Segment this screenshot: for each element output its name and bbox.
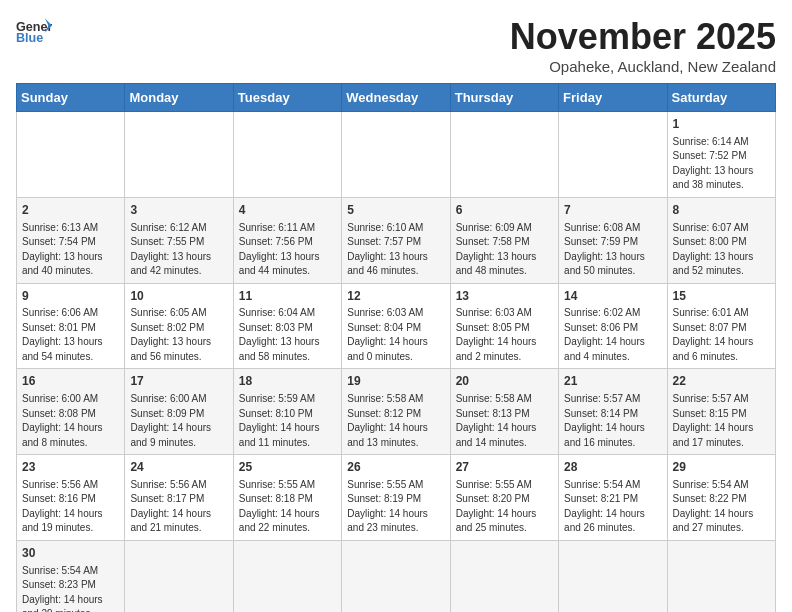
day-info: Sunrise: 5:57 AM Sunset: 8:14 PM Dayligh… (564, 392, 661, 450)
day-number: 15 (673, 288, 770, 305)
calendar-cell (17, 112, 125, 198)
day-number: 5 (347, 202, 444, 219)
logo: General Blue (16, 16, 52, 44)
calendar-cell: 14Sunrise: 6:02 AM Sunset: 8:06 PM Dayli… (559, 283, 667, 369)
day-number: 18 (239, 373, 336, 390)
weekday-header-row: SundayMondayTuesdayWednesdayThursdayFrid… (17, 84, 776, 112)
day-info: Sunrise: 6:04 AM Sunset: 8:03 PM Dayligh… (239, 306, 336, 364)
week-row-2: 2Sunrise: 6:13 AM Sunset: 7:54 PM Daylig… (17, 197, 776, 283)
calendar-cell: 15Sunrise: 6:01 AM Sunset: 8:07 PM Dayli… (667, 283, 775, 369)
calendar-cell: 19Sunrise: 5:58 AM Sunset: 8:12 PM Dayli… (342, 369, 450, 455)
day-number: 3 (130, 202, 227, 219)
day-number: 21 (564, 373, 661, 390)
calendar-cell (450, 540, 558, 612)
day-info: Sunrise: 6:08 AM Sunset: 7:59 PM Dayligh… (564, 221, 661, 279)
page-header: General Blue November 2025 Opaheke, Auck… (16, 16, 776, 75)
calendar-cell: 11Sunrise: 6:04 AM Sunset: 8:03 PM Dayli… (233, 283, 341, 369)
calendar-cell: 25Sunrise: 5:55 AM Sunset: 8:18 PM Dayli… (233, 455, 341, 541)
day-info: Sunrise: 6:13 AM Sunset: 7:54 PM Dayligh… (22, 221, 119, 279)
week-row-1: 1Sunrise: 6:14 AM Sunset: 7:52 PM Daylig… (17, 112, 776, 198)
day-number: 27 (456, 459, 553, 476)
calendar-cell (125, 540, 233, 612)
day-number: 22 (673, 373, 770, 390)
day-number: 2 (22, 202, 119, 219)
logo-icon: General Blue (16, 16, 52, 44)
calendar-cell: 5Sunrise: 6:10 AM Sunset: 7:57 PM Daylig… (342, 197, 450, 283)
day-info: Sunrise: 5:54 AM Sunset: 8:21 PM Dayligh… (564, 478, 661, 536)
calendar-cell: 7Sunrise: 6:08 AM Sunset: 7:59 PM Daylig… (559, 197, 667, 283)
day-info: Sunrise: 6:11 AM Sunset: 7:56 PM Dayligh… (239, 221, 336, 279)
day-number: 28 (564, 459, 661, 476)
day-number: 23 (22, 459, 119, 476)
calendar-cell: 13Sunrise: 6:03 AM Sunset: 8:05 PM Dayli… (450, 283, 558, 369)
day-info: Sunrise: 5:54 AM Sunset: 8:23 PM Dayligh… (22, 564, 119, 612)
day-number: 6 (456, 202, 553, 219)
day-info: Sunrise: 6:06 AM Sunset: 8:01 PM Dayligh… (22, 306, 119, 364)
calendar-cell: 28Sunrise: 5:54 AM Sunset: 8:21 PM Dayli… (559, 455, 667, 541)
day-info: Sunrise: 5:59 AM Sunset: 8:10 PM Dayligh… (239, 392, 336, 450)
day-info: Sunrise: 5:58 AM Sunset: 8:12 PM Dayligh… (347, 392, 444, 450)
day-info: Sunrise: 5:56 AM Sunset: 8:17 PM Dayligh… (130, 478, 227, 536)
day-info: Sunrise: 6:00 AM Sunset: 8:09 PM Dayligh… (130, 392, 227, 450)
day-number: 25 (239, 459, 336, 476)
day-number: 30 (22, 545, 119, 562)
day-info: Sunrise: 5:58 AM Sunset: 8:13 PM Dayligh… (456, 392, 553, 450)
week-row-4: 16Sunrise: 6:00 AM Sunset: 8:08 PM Dayli… (17, 369, 776, 455)
month-title: November 2025 (510, 16, 776, 58)
day-info: Sunrise: 6:00 AM Sunset: 8:08 PM Dayligh… (22, 392, 119, 450)
calendar-cell: 1Sunrise: 6:14 AM Sunset: 7:52 PM Daylig… (667, 112, 775, 198)
calendar-cell (233, 112, 341, 198)
header-thursday: Thursday (450, 84, 558, 112)
calendar-cell: 18Sunrise: 5:59 AM Sunset: 8:10 PM Dayli… (233, 369, 341, 455)
calendar-cell: 21Sunrise: 5:57 AM Sunset: 8:14 PM Dayli… (559, 369, 667, 455)
calendar-cell (450, 112, 558, 198)
day-number: 10 (130, 288, 227, 305)
calendar-cell (559, 112, 667, 198)
day-number: 8 (673, 202, 770, 219)
calendar-cell: 9Sunrise: 6:06 AM Sunset: 8:01 PM Daylig… (17, 283, 125, 369)
header-saturday: Saturday (667, 84, 775, 112)
calendar-cell: 4Sunrise: 6:11 AM Sunset: 7:56 PM Daylig… (233, 197, 341, 283)
title-section: November 2025 Opaheke, Auckland, New Zea… (510, 16, 776, 75)
week-row-6: 30Sunrise: 5:54 AM Sunset: 8:23 PM Dayli… (17, 540, 776, 612)
calendar-cell: 20Sunrise: 5:58 AM Sunset: 8:13 PM Dayli… (450, 369, 558, 455)
calendar-cell: 24Sunrise: 5:56 AM Sunset: 8:17 PM Dayli… (125, 455, 233, 541)
header-tuesday: Tuesday (233, 84, 341, 112)
day-number: 24 (130, 459, 227, 476)
header-monday: Monday (125, 84, 233, 112)
day-number: 26 (347, 459, 444, 476)
day-info: Sunrise: 5:55 AM Sunset: 8:18 PM Dayligh… (239, 478, 336, 536)
calendar-cell (342, 540, 450, 612)
week-row-5: 23Sunrise: 5:56 AM Sunset: 8:16 PM Dayli… (17, 455, 776, 541)
calendar-cell: 17Sunrise: 6:00 AM Sunset: 8:09 PM Dayli… (125, 369, 233, 455)
day-info: Sunrise: 6:07 AM Sunset: 8:00 PM Dayligh… (673, 221, 770, 279)
day-info: Sunrise: 6:02 AM Sunset: 8:06 PM Dayligh… (564, 306, 661, 364)
day-info: Sunrise: 5:57 AM Sunset: 8:15 PM Dayligh… (673, 392, 770, 450)
day-number: 7 (564, 202, 661, 219)
calendar-cell: 27Sunrise: 5:55 AM Sunset: 8:20 PM Dayli… (450, 455, 558, 541)
day-number: 11 (239, 288, 336, 305)
calendar-cell (125, 112, 233, 198)
header-friday: Friday (559, 84, 667, 112)
day-info: Sunrise: 5:56 AM Sunset: 8:16 PM Dayligh… (22, 478, 119, 536)
svg-text:Blue: Blue (16, 31, 43, 44)
day-number: 29 (673, 459, 770, 476)
calendar-cell: 29Sunrise: 5:54 AM Sunset: 8:22 PM Dayli… (667, 455, 775, 541)
header-sunday: Sunday (17, 84, 125, 112)
day-info: Sunrise: 6:10 AM Sunset: 7:57 PM Dayligh… (347, 221, 444, 279)
day-number: 16 (22, 373, 119, 390)
calendar-cell (559, 540, 667, 612)
day-number: 17 (130, 373, 227, 390)
calendar-cell (667, 540, 775, 612)
day-info: Sunrise: 6:01 AM Sunset: 8:07 PM Dayligh… (673, 306, 770, 364)
day-info: Sunrise: 5:55 AM Sunset: 8:19 PM Dayligh… (347, 478, 444, 536)
week-row-3: 9Sunrise: 6:06 AM Sunset: 8:01 PM Daylig… (17, 283, 776, 369)
location-title: Opaheke, Auckland, New Zealand (510, 58, 776, 75)
calendar-cell: 16Sunrise: 6:00 AM Sunset: 8:08 PM Dayli… (17, 369, 125, 455)
calendar-cell: 8Sunrise: 6:07 AM Sunset: 8:00 PM Daylig… (667, 197, 775, 283)
day-info: Sunrise: 6:03 AM Sunset: 8:04 PM Dayligh… (347, 306, 444, 364)
day-info: Sunrise: 6:14 AM Sunset: 7:52 PM Dayligh… (673, 135, 770, 193)
day-info: Sunrise: 5:54 AM Sunset: 8:22 PM Dayligh… (673, 478, 770, 536)
day-number: 1 (673, 116, 770, 133)
calendar-cell: 10Sunrise: 6:05 AM Sunset: 8:02 PM Dayli… (125, 283, 233, 369)
